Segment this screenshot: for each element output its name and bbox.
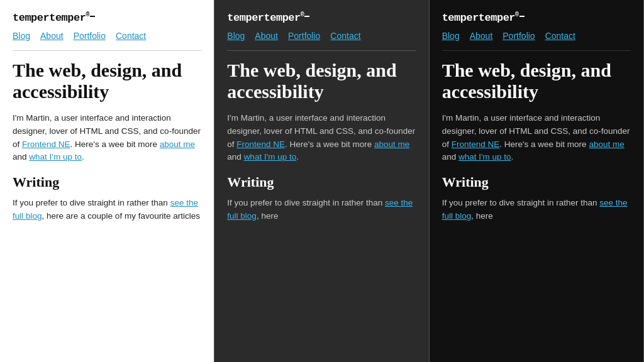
frontend-ne-link-black[interactable]: Frontend NE — [452, 140, 500, 149]
up-to-link-dark-gray[interactable]: what I'm up to — [244, 152, 297, 162]
nav-dark-gray: Blog About Portfolio Contact — [227, 30, 416, 41]
nav-blog-light[interactable]: Blog — [13, 31, 30, 41]
writing-title-dark-gray: Writing — [227, 174, 416, 190]
divider-black — [442, 50, 631, 51]
writing-title-light: Writing — [13, 174, 201, 190]
nav-blog-dark-gray[interactable]: Blog — [227, 31, 245, 41]
panel-black: tempertemper® Blog About Portfolio Conta… — [430, 0, 644, 362]
hero-title-light: The web, design, and accessibility — [13, 60, 201, 103]
hero-title-dark-gray: The web, design, and accessibility — [227, 60, 416, 103]
nav-contact-black[interactable]: Contact — [545, 31, 575, 41]
hero-title-black: The web, design, and accessibility — [442, 60, 631, 103]
nav-contact-light[interactable]: Contact — [116, 31, 146, 41]
nav-portfolio-light[interactable]: Portfolio — [74, 31, 106, 41]
site-title-black: tempertemper® — [442, 11, 631, 24]
site-title-dark-gray: tempertemper® — [227, 11, 416, 24]
divider-light — [13, 50, 201, 51]
nav-about-dark-gray[interactable]: About — [255, 31, 278, 41]
up-to-link-light[interactable]: what I'm up to — [29, 152, 82, 162]
frontend-ne-link-light[interactable]: Frontend NE — [22, 140, 70, 149]
about-me-link-dark-gray[interactable]: about me — [374, 140, 409, 149]
nav-portfolio-black[interactable]: Portfolio — [502, 31, 535, 41]
nav-blog-black[interactable]: Blog — [442, 31, 460, 41]
up-to-link-black[interactable]: what I'm up to — [458, 152, 511, 162]
panel-dark-gray: tempertemper® Blog About Portfolio Conta… — [214, 0, 429, 362]
nav-portfolio-dark-gray[interactable]: Portfolio — [288, 31, 320, 41]
nav-about-black[interactable]: About — [470, 31, 493, 41]
divider-dark-gray — [227, 50, 416, 51]
panel-light: tempertemper® Blog About Portfolio Conta… — [0, 0, 214, 362]
intro-text-light: I'm Martin, a user interface and interac… — [13, 112, 201, 165]
writing-text-dark-gray: If you prefer to dive straight in rather… — [227, 197, 416, 223]
writing-text-black: If you prefer to dive straight in rather… — [442, 197, 631, 223]
about-me-link-light[interactable]: about me — [160, 140, 195, 149]
nav-contact-dark-gray[interactable]: Contact — [330, 31, 360, 41]
about-me-link-black[interactable]: about me — [589, 140, 624, 149]
intro-text-dark-gray: I'm Martin, a user interface and interac… — [227, 112, 416, 165]
site-title-light: tempertemper® — [13, 11, 201, 24]
writing-text-light: If you prefer to dive straight in rather… — [13, 197, 201, 223]
intro-text-black: I'm Martin, a user interface and interac… — [442, 112, 631, 165]
nav-about-light[interactable]: About — [40, 31, 64, 41]
nav-black: Blog About Portfolio Contact — [442, 30, 631, 41]
writing-title-black: Writing — [442, 174, 631, 190]
frontend-ne-link-dark-gray[interactable]: Frontend NE — [236, 140, 285, 149]
nav-light: Blog About Portfolio Contact — [13, 30, 201, 41]
